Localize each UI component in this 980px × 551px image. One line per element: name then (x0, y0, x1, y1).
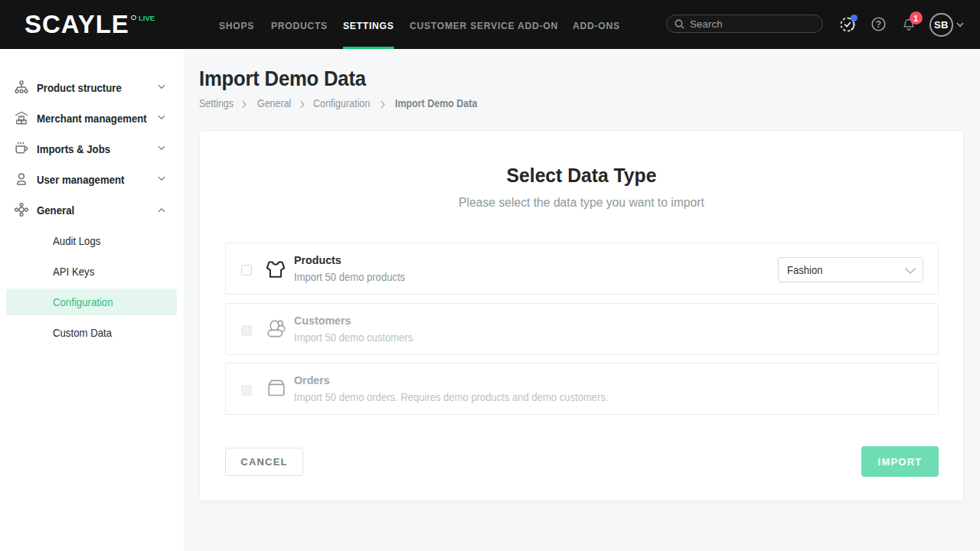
svg-text:?: ? (876, 19, 881, 30)
